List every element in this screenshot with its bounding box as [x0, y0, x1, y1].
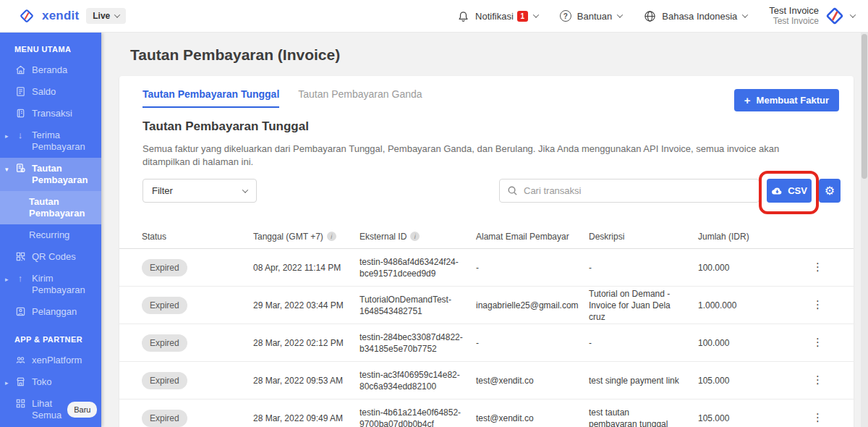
column-header-date: Tanggal (GMT +7)i: [253, 232, 359, 242]
receive-payment-icon: ↓: [14, 130, 26, 141]
create-invoice-button[interactable]: + Membuat Faktur: [734, 89, 839, 111]
caret-right-icon[interactable]: ▸: [5, 130, 9, 142]
person-icon: [14, 306, 26, 317]
status-badge: Expired: [142, 297, 187, 314]
sidebar-label: Transaksi: [32, 108, 95, 119]
account-subname: Test Invoice: [769, 16, 819, 27]
status-badge: Expired: [142, 334, 187, 352]
topbar: xendit Live Notifikasi 1 ? Bantuan: [0, 0, 868, 33]
column-header-external-id: Eksternal IDi: [359, 232, 476, 242]
help-menu[interactable]: ? Bantuan: [560, 10, 622, 22]
help-label: Bantuan: [577, 11, 612, 22]
external-id-cell: testin-4b61a214e0f64852-9700ba07d0b0b4cf: [359, 407, 476, 427]
page-scrollbar[interactable]: [861, 33, 868, 427]
amount-cell: 100.000: [698, 337, 792, 349]
tab-tautan-pembayaran-ganda[interactable]: Tautan Pembayaran Ganda: [298, 88, 422, 108]
amount-cell: 105.000: [698, 375, 792, 386]
sidebar-item-qr-codes[interactable]: QR Codes: [0, 246, 101, 268]
chevron-down-icon: [533, 12, 539, 17]
sidebar-item-beranda[interactable]: Beranda: [0, 59, 101, 81]
sidebar-label: Recurring: [29, 229, 95, 241]
tab-tautan-pembayaran-tunggal[interactable]: Tautan Pembayaran Tunggal: [142, 88, 279, 108]
sidebar-label: QR Codes: [32, 251, 95, 263]
chevron-down-icon: [617, 12, 623, 17]
table-settings-button[interactable]: ⚙: [819, 179, 841, 203]
language-label: Bahasa Indonesia: [662, 11, 737, 22]
search-box: [499, 179, 760, 203]
row-actions-kebab-icon[interactable]: ⋮: [812, 411, 823, 423]
chevron-down-icon: [242, 187, 248, 193]
sidebar-item-tautan-pembayaran[interactable]: ▾ Tautan Pembayaran: [0, 158, 101, 191]
invoice-card: Tautan Pembayaran Tunggal Tautan Pembaya…: [119, 76, 854, 427]
table-row[interactable]: Expired 28 Mar, 2022 09:49 AM testin-4b6…: [119, 399, 854, 427]
sidebar-subitem-tautan-pembayaran[interactable]: Tautan Pembayaran: [0, 191, 101, 224]
date-cell: 28 Mar, 2022 09:49 AM: [253, 413, 359, 424]
main-content: Tautan Pembayaran (Invoice) Tautan Pemba…: [101, 33, 868, 427]
create-invoice-label: Membuat Faktur: [757, 95, 829, 106]
sidebar-label: xenPlatform: [32, 355, 95, 366]
external-id-cell: testin-284bec33087d4822-b34185e5e70b7752: [359, 331, 476, 355]
email-cell: -: [476, 262, 589, 274]
sidebar: MENU UTAMA Beranda Saldo Transaksi ▸ ↓ T…: [0, 33, 101, 427]
caret-down-icon[interactable]: ▾: [5, 164, 9, 175]
notifications-label: Notifikasi: [475, 11, 514, 22]
section-title: Tautan Pembayaran Tunggal: [142, 119, 309, 134]
filter-label: Filter: [152, 185, 173, 196]
filter-dropdown[interactable]: Filter: [142, 179, 257, 203]
info-icon[interactable]: i: [410, 232, 420, 241]
date-cell: 28 Mar, 2022 02:12 PM: [253, 337, 359, 349]
new-badge: Baru: [67, 402, 97, 418]
table-row[interactable]: Expired 29 Mar, 2022 03:44 PM TutorialOn…: [119, 287, 854, 324]
search-icon: [507, 185, 518, 196]
table-row[interactable]: Expired 28 Mar, 2022 09:53 AM testin-ac3…: [119, 362, 854, 399]
search-input[interactable]: [524, 185, 752, 196]
sidebar-label: Terima Pembayaran: [32, 130, 95, 153]
xendit-logo-icon: [19, 8, 35, 24]
caret-right-icon[interactable]: ▸: [5, 274, 9, 285]
row-actions-kebab-icon[interactable]: ⋮: [812, 261, 823, 273]
email-cell: test@xendit.co: [476, 413, 589, 424]
account-logo-icon: [825, 6, 845, 26]
row-actions-kebab-icon[interactable]: ⋮: [812, 373, 823, 386]
sidebar-item-terima-pembayaran[interactable]: ▸ ↓ Terima Pembayaran: [0, 124, 101, 158]
sidebar-item-transaksi[interactable]: Transaksi: [0, 103, 101, 124]
help-icon: ?: [560, 10, 571, 22]
table-row[interactable]: Expired 08 Apr, 2022 11:14 PM testin-948…: [119, 249, 854, 287]
info-icon[interactable]: i: [327, 232, 336, 241]
page-title: Tautan Pembayaran (Invoice): [130, 46, 340, 64]
sidebar-item-saldo[interactable]: Saldo: [0, 81, 101, 103]
sidebar-section-app-partner: APP & PARTNER: [0, 323, 101, 350]
export-csv-button[interactable]: CSV: [767, 179, 812, 203]
column-header-status: Status: [142, 232, 253, 242]
sidebar-item-kirim-pembayaran[interactable]: ▸ ↑ Kirim Pembayaran: [0, 268, 101, 301]
sidebar-item-lihat-semua[interactable]: Lihat Semua Baru: [0, 393, 101, 426]
table-row[interactable]: Expired 28 Mar, 2022 02:12 PM testin-284…: [119, 324, 854, 362]
account-name: Test Invoice: [769, 5, 819, 16]
description-cell: test tautan pembayaran tunggal: [589, 407, 690, 427]
notification-count-badge: 1: [517, 11, 528, 22]
sidebar-item-xenplatform[interactable]: xenPlatform: [0, 350, 101, 371]
account-menu[interactable]: Test Invoice Test Invoice: [769, 5, 855, 27]
sidebar-label: Lihat Semua: [32, 398, 61, 421]
language-menu[interactable]: Bahasa Indonesia: [644, 10, 747, 22]
description-cell: -: [589, 337, 690, 349]
column-header-description: Deskripsi: [589, 232, 698, 242]
chevron-down-icon: [850, 12, 856, 17]
external-id-cell: testin-9486af4d63424f24-bce91571dceed9d9: [359, 256, 476, 279]
caret-right-icon[interactable]: ▸: [5, 377, 9, 389]
sidebar-item-pelanggan[interactable]: Pelanggan: [0, 301, 101, 323]
brand-wordmark: xendit: [42, 9, 79, 23]
description-cell: Tutorial on Demand - Invoice for Juan De…: [589, 288, 690, 323]
qr-code-icon: [14, 251, 26, 262]
row-actions-kebab-icon[interactable]: ⋮: [812, 298, 823, 310]
tab-bar: Tautan Pembayaran Tunggal Tautan Pembaya…: [142, 88, 422, 108]
environment-toggle[interactable]: Live: [86, 8, 126, 24]
sidebar-subitem-recurring[interactable]: Recurring: [0, 224, 101, 246]
gear-icon: ⚙: [825, 185, 835, 197]
scrollbar-thumb[interactable]: [861, 34, 867, 179]
document-icon: [14, 86, 26, 97]
sidebar-item-toko[interactable]: ▸ Toko: [0, 371, 101, 393]
row-actions-kebab-icon[interactable]: ⋮: [812, 336, 823, 348]
notifications-menu[interactable]: Notifikasi 1: [457, 10, 538, 22]
date-cell: 29 Mar, 2022 03:44 PM: [253, 300, 359, 311]
